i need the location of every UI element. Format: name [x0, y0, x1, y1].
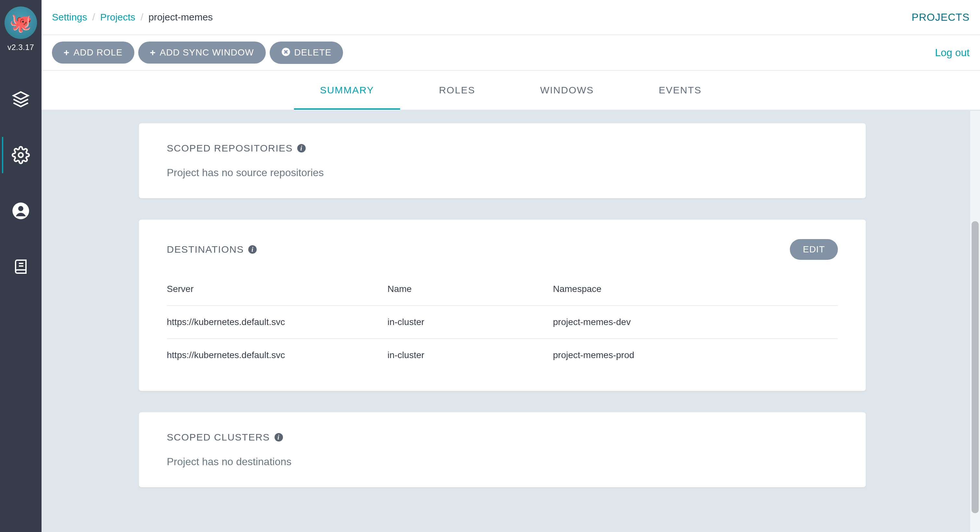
breadcrumb-projects[interactable]: Projects: [100, 12, 135, 23]
card-title: DESTINATIONS i: [167, 244, 257, 255]
tab-windows[interactable]: WINDOWS: [508, 71, 626, 110]
scrollbar-thumb[interactable]: [972, 221, 979, 513]
tab-label: WINDOWS: [540, 85, 594, 96]
card-title-text: DESTINATIONS: [167, 244, 244, 255]
cell-name: in-cluster: [387, 350, 553, 360]
cell-name: in-cluster: [387, 317, 553, 327]
empty-text: Project has no source repositories: [167, 167, 838, 179]
logout-link[interactable]: Log out: [935, 47, 970, 59]
cell-namespace: project-memes-prod: [553, 350, 838, 360]
main: Settings / Projects / project-memes PROJ…: [41, 0, 980, 532]
svg-marker-0: [14, 92, 28, 100]
tab-label: EVENTS: [659, 85, 702, 96]
table-head: Server Name Namespace: [167, 273, 838, 306]
breadcrumb: Settings / Projects / project-memes: [52, 12, 213, 23]
edit-button[interactable]: EDIT: [790, 239, 838, 260]
table-row: https://kubernetes.default.svc in-cluste…: [167, 339, 838, 372]
sidebar: 🐙 v2.3.17: [0, 0, 41, 532]
col-server: Server: [167, 284, 387, 294]
card-title-text: SCOPED CLUSTERS: [167, 432, 270, 443]
info-icon[interactable]: i: [248, 245, 257, 254]
breadcrumb-bar: Settings / Projects / project-memes PROJ…: [41, 0, 980, 35]
plus-icon: +: [64, 48, 70, 57]
col-name: Name: [387, 284, 553, 294]
info-icon[interactable]: i: [275, 433, 283, 441]
plus-icon: +: [150, 48, 156, 57]
breadcrumb-sep: /: [92, 12, 95, 23]
card-scoped-clusters: SCOPED CLUSTERS i Project has no destina…: [139, 412, 866, 487]
add-role-label: ADD ROLE: [74, 48, 123, 58]
empty-text: Project has no destinations: [167, 456, 838, 468]
table-row: https://kubernetes.default.svc in-cluste…: [167, 306, 838, 339]
book-icon: [12, 257, 30, 276]
scrollbar-track[interactable]: [970, 111, 980, 532]
cell-server: https://kubernetes.default.svc: [167, 350, 387, 360]
breadcrumb-sep: /: [140, 12, 143, 23]
tab-summary[interactable]: SUMMARY: [288, 71, 407, 110]
delete-label: DELETE: [294, 48, 332, 58]
svg-point-1: [19, 153, 23, 157]
tab-label: ROLES: [439, 85, 476, 96]
logo: 🐙: [5, 6, 37, 39]
cell-namespace: project-memes-dev: [553, 317, 838, 327]
delete-icon: [282, 48, 290, 58]
card-title: SCOPED REPOSITORIES i: [167, 143, 306, 154]
breadcrumb-current: project-memes: [148, 12, 213, 23]
add-role-button[interactable]: + ADD ROLE: [52, 41, 134, 64]
card-destinations: DESTINATIONS i EDIT Server Name Namespac…: [139, 220, 866, 391]
add-sync-window-label: ADD SYNC WINDOW: [160, 48, 254, 58]
nav-applications[interactable]: [0, 81, 41, 118]
svg-point-3: [18, 206, 23, 211]
card-scoped-repositories: SCOPED REPOSITORIES i Project has no sou…: [139, 123, 866, 198]
delete-button[interactable]: DELETE: [270, 41, 343, 64]
card-title: SCOPED CLUSTERS i: [167, 432, 283, 443]
content[interactable]: SCOPED REPOSITORIES i Project has no sou…: [41, 110, 980, 532]
page-title: PROJECTS: [912, 11, 970, 23]
card-title-text: SCOPED REPOSITORIES: [167, 143, 293, 154]
octopus-icon: 🐙: [10, 12, 32, 33]
tab-label: SUMMARY: [320, 85, 374, 96]
nav-settings[interactable]: [0, 137, 41, 173]
destinations-table: Server Name Namespace https://kubernetes…: [167, 273, 838, 372]
nav-user[interactable]: [0, 193, 41, 229]
breadcrumb-settings[interactable]: Settings: [52, 12, 87, 23]
tabs: SUMMARY ROLES WINDOWS EVENTS: [41, 71, 980, 110]
tab-roles[interactable]: ROLES: [407, 71, 508, 110]
version-label: v2.3.17: [8, 43, 34, 52]
nav-items: [0, 81, 41, 285]
user-icon: [12, 202, 30, 220]
cell-server: https://kubernetes.default.svc: [167, 317, 387, 327]
col-namespace: Namespace: [553, 284, 838, 294]
tab-events[interactable]: EVENTS: [626, 71, 734, 110]
layers-icon: [12, 90, 30, 108]
gears-icon: [12, 146, 30, 164]
add-sync-window-button[interactable]: + ADD SYNC WINDOW: [138, 41, 266, 64]
nav-docs[interactable]: [0, 248, 41, 285]
toolbar: + ADD ROLE + ADD SYNC WINDOW DELETE Log …: [41, 35, 980, 71]
info-icon[interactable]: i: [297, 144, 306, 152]
